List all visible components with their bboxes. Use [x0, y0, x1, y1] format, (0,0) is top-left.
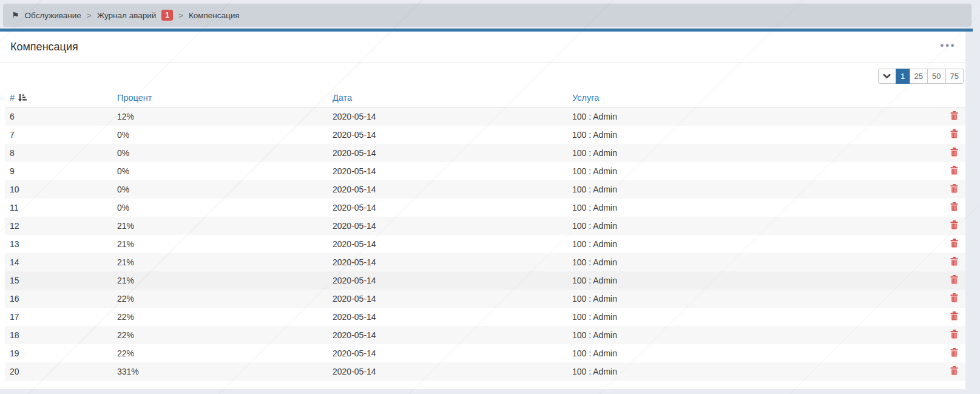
- table-row: 612%2020-05-14100 : Admin: [5, 107, 968, 126]
- cell-date: 2020-05-14: [328, 199, 567, 217]
- delete-row-button[interactable]: [950, 257, 958, 266]
- cell-percent: 0%: [112, 180, 328, 199]
- sort-by-percent-link[interactable]: Процент: [117, 93, 152, 103]
- cell-actions: [916, 217, 968, 235]
- cell-actions: [916, 235, 968, 253]
- delete-row-button[interactable]: [950, 239, 958, 248]
- cell-date: 2020-05-14: [328, 235, 567, 253]
- header-service: Услуга: [567, 89, 916, 107]
- cell-id: 20: [5, 362, 112, 381]
- trash-icon: [950, 129, 958, 138]
- cell-percent: 21%: [112, 253, 328, 271]
- sort-by-date-link[interactable]: Дата: [333, 93, 352, 103]
- table-container: # Процент Дата Услуга 612%2020-05-14100 …: [0, 89, 973, 381]
- cell-id: 8: [5, 144, 112, 162]
- cell-actions: [916, 290, 968, 308]
- delete-row-button[interactable]: [950, 275, 958, 284]
- cell-date: 2020-05-14: [328, 362, 567, 381]
- delete-row-button[interactable]: [950, 293, 958, 302]
- delete-row-button[interactable]: [950, 348, 958, 357]
- trash-icon: [950, 257, 958, 266]
- cell-service: 100 : Admin: [567, 326, 916, 344]
- trash-icon: [950, 148, 958, 157]
- cell-percent: 12%: [112, 107, 328, 126]
- table-row: 1922%2020-05-14100 : Admin: [5, 344, 968, 362]
- trash-icon: [950, 220, 958, 229]
- cell-date: 2020-05-14: [328, 344, 567, 362]
- cell-service: 100 : Admin: [567, 217, 916, 235]
- trash-icon: [950, 202, 958, 211]
- breadcrumb-separator: >: [87, 11, 92, 20]
- sort-by-service-link[interactable]: Услуга: [572, 93, 599, 103]
- cell-date: 2020-05-14: [328, 253, 567, 271]
- breadcrumb-item-incident-log[interactable]: Журнал аварий: [97, 11, 157, 20]
- cell-date: 2020-05-14: [328, 107, 567, 126]
- cell-percent: 22%: [112, 290, 328, 308]
- cell-actions: [916, 162, 968, 180]
- cell-date: 2020-05-14: [328, 217, 567, 235]
- ellipsis-menu-icon[interactable]: ●●●: [940, 42, 956, 49]
- cell-date: 2020-05-14: [328, 126, 567, 144]
- cell-id: 11: [5, 199, 112, 217]
- cell-percent: 0%: [112, 144, 328, 162]
- sort-amount-icon: [18, 93, 27, 102]
- delete-row-button[interactable]: [950, 166, 958, 175]
- cell-actions: [916, 144, 968, 162]
- page-size-50-button[interactable]: 50: [927, 69, 945, 84]
- cell-id: 6: [5, 107, 112, 126]
- cell-service: 100 : Admin: [567, 162, 916, 180]
- cell-date: 2020-05-14: [328, 180, 567, 199]
- cell-actions: [916, 107, 968, 126]
- cell-service: 100 : Admin: [567, 180, 916, 199]
- sort-by-id-link[interactable]: #: [10, 93, 15, 103]
- breadcrumb-item-maintenance[interactable]: Обслуживание: [25, 11, 81, 20]
- compensation-panel: Компенсация ●●● 1 25 50 75 #: [0, 32, 973, 389]
- page-button-current[interactable]: 1: [896, 69, 910, 84]
- delete-row-button[interactable]: [950, 366, 958, 375]
- breadcrumb: ⚑ Обслуживание > Журнал аварий 1 > Компе…: [3, 4, 972, 27]
- cell-actions: [916, 344, 968, 362]
- trash-icon: [950, 293, 958, 302]
- page-size-75-button[interactable]: 75: [945, 69, 964, 84]
- delete-row-button[interactable]: [950, 330, 958, 339]
- incident-count-badge: 1: [161, 10, 173, 21]
- chevron-down-icon: [883, 72, 891, 80]
- cell-percent: 0%: [112, 199, 328, 217]
- cell-id: 9: [5, 162, 112, 180]
- table-row: 80%2020-05-14100 : Admin: [5, 144, 968, 162]
- cell-id: 13: [5, 235, 112, 253]
- delete-row-button[interactable]: [950, 148, 958, 157]
- table-row: 110%2020-05-14100 : Admin: [5, 199, 968, 217]
- table-toolbar: 1 25 50 75: [0, 63, 973, 89]
- page-size-25-button[interactable]: 25: [910, 69, 928, 84]
- cell-date: 2020-05-14: [328, 326, 567, 344]
- cell-actions: [916, 180, 968, 199]
- table-row: 1521%2020-05-14100 : Admin: [5, 271, 968, 290]
- cell-date: 2020-05-14: [328, 144, 567, 162]
- delete-row-button[interactable]: [950, 202, 958, 211]
- cell-service: 100 : Admin: [567, 199, 916, 217]
- compensation-table: # Процент Дата Услуга 612%2020-05-14100 …: [5, 89, 968, 381]
- delete-row-button[interactable]: [950, 220, 958, 229]
- cell-actions: [916, 326, 968, 344]
- cell-actions: [916, 199, 968, 217]
- cell-percent: 0%: [112, 126, 328, 144]
- cell-id: 14: [5, 253, 112, 271]
- delete-row-button[interactable]: [950, 111, 958, 120]
- cell-percent: 331%: [112, 362, 328, 381]
- cell-actions: [916, 271, 968, 290]
- trash-icon: [950, 348, 958, 357]
- chevron-down-button[interactable]: [878, 69, 896, 84]
- table-row: 1722%2020-05-14100 : Admin: [5, 308, 968, 326]
- delete-row-button[interactable]: [950, 184, 958, 193]
- table-row: 70%2020-05-14100 : Admin: [5, 126, 968, 144]
- cell-id: 16: [5, 290, 112, 308]
- delete-row-button[interactable]: [950, 129, 958, 138]
- table-row: 1622%2020-05-14100 : Admin: [5, 290, 968, 308]
- table-row: 20331%2020-05-14100 : Admin: [5, 362, 968, 381]
- table-row: 90%2020-05-14100 : Admin: [5, 162, 968, 180]
- trash-icon: [950, 111, 958, 120]
- cell-id: 15: [5, 271, 112, 290]
- cell-service: 100 : Admin: [567, 344, 916, 362]
- delete-row-button[interactable]: [950, 311, 958, 321]
